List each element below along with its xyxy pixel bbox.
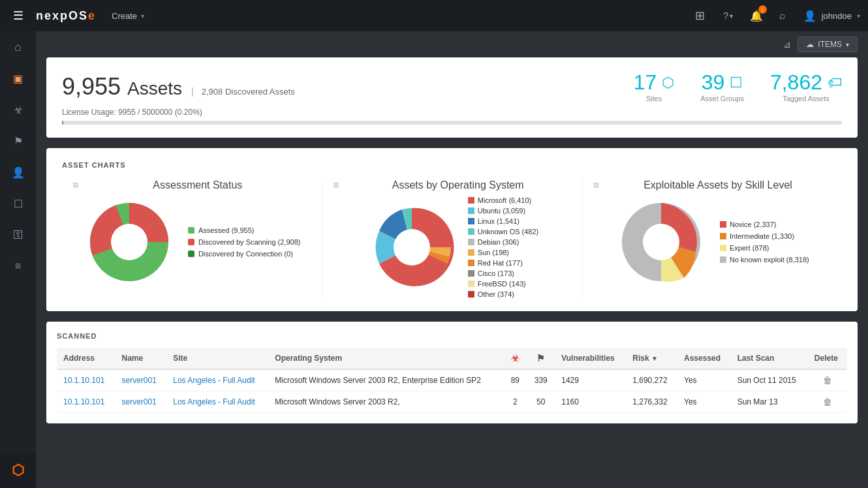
assets-count: 9,955 (62, 73, 121, 100)
cell-last-scan: Sun Oct 11 2015 (731, 369, 808, 391)
notifications-button[interactable]: 🔔 1 (743, 0, 769, 31)
license-text: License Usage: 9955 / 5000000 (0.20%) (62, 108, 202, 117)
svg-point-1 (111, 224, 147, 260)
assessment-chart-title: Assessment Status (84, 179, 311, 191)
cell-delete[interactable]: 🗑 (808, 391, 847, 413)
nexpose-logo-icon: ⬡ (12, 462, 24, 479)
col-os: Operating System (268, 348, 503, 369)
tagged-icon: 🏷 (828, 74, 842, 91)
hamburger-button[interactable]: ☰ (0, 0, 36, 31)
sidebar-item-home[interactable]: ⌂ (0, 31, 36, 63)
grid-icon: ⊞ (695, 8, 705, 23)
table-row: 10.1.10.101 server001 Los Angeles - Full… (57, 391, 847, 413)
discovered-assets: 2,908 Discovered Assets (202, 87, 295, 97)
exploit-pie-chart (615, 196, 707, 288)
filter-icon[interactable]: ⊿ (783, 39, 791, 50)
cell-site[interactable]: Los Angeles - Full Audit (166, 391, 268, 413)
col-risk[interactable]: Risk ▼ (626, 348, 677, 369)
sidebar-item-policies[interactable]: ⚑ (0, 125, 36, 157)
search-icon: ⌕ (779, 10, 786, 22)
user-chevron-icon: ▾ (857, 12, 860, 20)
col-last-scan: Last Scan (731, 348, 808, 369)
svg-point-4 (643, 224, 679, 260)
delete-icon[interactable]: 🗑 (823, 375, 832, 386)
grid-view-button[interactable]: ⊞ (687, 0, 713, 31)
help-button[interactable]: ? ▾ (713, 0, 743, 31)
cell-risk: 1,690,272 (626, 369, 677, 391)
items-chevron-icon: ▾ (846, 41, 849, 48)
tagged-count: 7,862 (770, 70, 822, 95)
charts-section-title: ASSET CHARTS (62, 161, 842, 169)
sidebar-item-reports[interactable]: 👤 (0, 157, 36, 188)
cell-vulnerabilities: 1160 (555, 391, 626, 413)
sidebar-item-assets[interactable]: ▣ (0, 63, 36, 94)
reports-icon: 👤 (12, 166, 25, 179)
assessment-chart-menu[interactable]: ≡ (72, 179, 78, 191)
assessment-chart-panel: ≡ Assessment Status (62, 179, 322, 298)
cell-assessed: Yes (677, 369, 731, 391)
os-chart-menu[interactable]: ≡ (333, 179, 339, 191)
username: johndoe (822, 11, 852, 21)
cell-delete[interactable]: 🗑 (808, 369, 847, 391)
table-row: 10.1.10.101 server001 Los Angeles - Full… (57, 369, 847, 391)
groups-label: Asset Groups (700, 95, 744, 102)
bug-icon: ☣ (14, 104, 23, 116)
cell-name[interactable]: server001 (116, 391, 167, 413)
groups-icon: ☐ (730, 74, 743, 91)
hamburger-icon: ☰ (13, 8, 23, 23)
tags-icon: ⚿ (13, 229, 23, 241)
col-flag: ⚑ (527, 348, 555, 369)
cell-address[interactable]: 10.1.10.101 (57, 391, 116, 413)
exploit-chart-title: Exploitable Assets by Skill Level (604, 179, 831, 191)
os-chart-title: Assets by Operating System (345, 179, 572, 191)
cell-vuln2: 50 (527, 391, 555, 413)
sidebar-item-nexpose[interactable]: ⬡ (0, 452, 36, 488)
cell-site[interactable]: Los Angeles - Full Audit (166, 369, 268, 391)
list-icon: ≡ (15, 260, 21, 272)
os-legend: Microsoft (6,410) Ubuntu (3,059) Linux (… (468, 196, 539, 298)
groups-count: 39 (702, 70, 725, 95)
user-menu[interactable]: 👤 johndoe ▾ (796, 10, 868, 22)
help-chevron-icon: ▾ (730, 12, 733, 20)
col-address: Address (57, 348, 116, 369)
sidebar-item-vulnerabilities[interactable]: ☣ (0, 94, 36, 125)
sidebar-item-dashboard[interactable]: ☐ (0, 188, 36, 219)
col-site: Site (166, 348, 268, 369)
sites-count: 17 (634, 70, 657, 95)
col-assessed: Assessed (677, 348, 731, 369)
cell-name[interactable]: server001 (116, 369, 167, 391)
exploit-chart-menu[interactable]: ≡ (593, 179, 599, 191)
assessment-legend: Assessed (9,955) Discovered by Scanning … (188, 226, 301, 258)
cell-os: Microsoft Windows Server 2003 R2, (268, 391, 503, 413)
col-name: Name (116, 348, 167, 369)
cell-address[interactable]: 10.1.10.101 (57, 369, 116, 391)
help-icon: ? (723, 10, 728, 21)
os-chart-panel: ≡ Assets by Operating System (322, 179, 581, 298)
assets-label: Assets (127, 78, 182, 99)
os-pie-chart (366, 202, 457, 293)
notification-badge: 1 (758, 5, 767, 14)
col-bug: ☣ (503, 348, 527, 369)
search-button[interactable]: ⌕ (769, 0, 796, 31)
assets-summary-card: 9,955 Assets | 2,908 Discovered Assets 1… (46, 57, 858, 138)
items-dropdown-button[interactable]: ☁ ITEMS ▾ (798, 37, 858, 52)
assets-table: Address Name Site Operating System ☣ ⚑ V… (57, 348, 847, 413)
cell-assessed: Yes (677, 391, 731, 413)
progress-bar (62, 121, 63, 125)
monitor-icon: ▣ (13, 72, 23, 85)
scanned-card: SCANNED Address Name Site Operating Syst… (46, 322, 858, 423)
policy-icon: ⚑ (14, 135, 23, 147)
cloud-icon: ☁ (806, 40, 814, 49)
sidebar-item-tags[interactable]: ⚿ (0, 219, 36, 251)
exploit-legend: Novice (2,337) Intermediate (1,330) Expe… (720, 221, 809, 264)
delete-icon[interactable]: 🗑 (823, 397, 832, 407)
svg-point-2 (394, 229, 430, 266)
asset-charts-card: ASSET CHARTS ≡ Assessment Status (46, 148, 858, 311)
assessment-pie-chart (84, 196, 175, 288)
sites-label: Sites (646, 95, 662, 102)
create-button[interactable]: Create ▾ (112, 11, 144, 21)
dashboard-icon: ☐ (14, 198, 23, 210)
cell-vuln1: 2 (503, 391, 527, 413)
sidebar-item-list[interactable]: ≡ (0, 251, 36, 282)
app-logo: nexpOSe (36, 9, 96, 23)
